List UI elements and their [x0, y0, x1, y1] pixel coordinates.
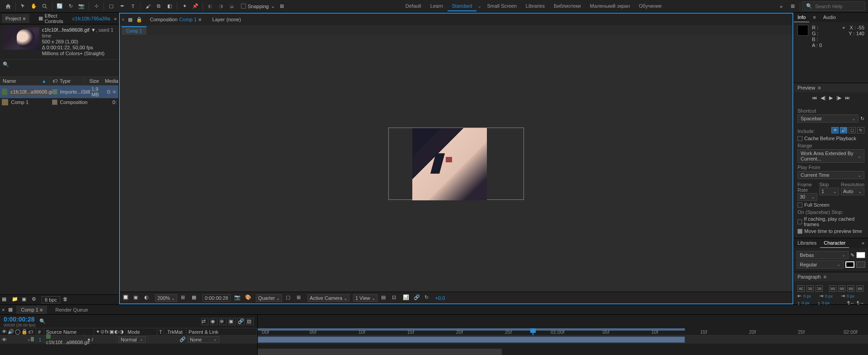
new-comp-icon[interactable]: ▣	[22, 296, 29, 303]
overflow-icon[interactable]: »	[780, 4, 783, 9]
indent-right-value[interactable]: 0 px	[847, 294, 854, 298]
view-dropdown[interactable]: 1 View ⌄	[353, 294, 377, 302]
swap-swatch[interactable]	[856, 261, 865, 268]
grid-icon[interactable]: ⊞	[297, 294, 304, 302]
col-parent[interactable]: Parent & Link	[187, 328, 257, 336]
col-name[interactable]: Name	[3, 78, 16, 84]
font-dropdown[interactable]: Bebas	[797, 251, 849, 259]
layer-tag[interactable]	[31, 337, 34, 341]
tl-tool-icon[interactable]: ⊕	[219, 318, 226, 325]
include-video-icon[interactable]: 👁	[831, 127, 839, 133]
transparency-icon[interactable]: ▦	[192, 294, 199, 302]
comp-subtab[interactable]: Comp 1	[122, 26, 146, 35]
skip-dropdown[interactable]: 1	[819, 188, 839, 195]
justify-right-icon[interactable]	[847, 285, 854, 292]
project-search-input[interactable]	[3, 67, 116, 75]
snap-extras-icon[interactable]: ⊞	[277, 1, 287, 11]
expand-icon[interactable]: ›	[28, 337, 30, 342]
delete-icon[interactable]: 🗑	[63, 296, 70, 303]
zoom-dropdown[interactable]: 200% ⌄	[155, 294, 177, 302]
fast-preview-icon[interactable]: ⊡	[392, 294, 399, 302]
col-type[interactable]: Type	[57, 77, 84, 85]
lock-icon[interactable]: ▦	[8, 307, 13, 312]
home-icon[interactable]	[3, 1, 13, 11]
workspace-menu-icon[interactable]: ⊞	[788, 1, 797, 11]
ws-default[interactable]: Default	[401, 1, 426, 11]
flowchart-icon[interactable]: 🔗	[414, 294, 421, 302]
resolution-dropdown[interactable]: Quarter ⌄	[256, 294, 282, 302]
first-frame-icon[interactable]: ⏮	[812, 95, 817, 101]
anchor-tool-icon[interactable]: ⊹	[91, 1, 101, 11]
mask-icon[interactable]: ◐	[144, 294, 151, 302]
speaker-icon[interactable]: 🔊	[8, 329, 14, 335]
render-queue-tab[interactable]: Render Queue	[51, 306, 92, 314]
include-overlay-icon[interactable]: ▢	[849, 127, 856, 133]
interpret-icon[interactable]: ▦	[2, 296, 9, 303]
hand-tool-icon[interactable]: ✋	[29, 1, 39, 11]
timeline-icon[interactable]: 📊	[403, 294, 410, 302]
col-tag[interactable]: 🏷	[50, 77, 57, 85]
align-right-icon[interactable]	[816, 285, 823, 292]
graph-icon[interactable]: ⚛	[112, 89, 117, 95]
align-center-icon[interactable]	[807, 285, 814, 292]
playfrom-dropdown[interactable]: Current Time	[797, 171, 864, 179]
eraser-tool-icon[interactable]: ◧	[165, 1, 175, 11]
ws-libraries-ru[interactable]: Библиотеки	[549, 1, 585, 11]
tl-tool-icon[interactable]: ◉	[210, 318, 217, 325]
text-tool-icon[interactable]: T	[128, 1, 138, 11]
asset-row[interactable]: Comp 1 Composition 0:	[0, 98, 118, 106]
eyedropper-icon[interactable]: ✎	[850, 252, 854, 258]
preview-res-dropdown[interactable]: Auto	[841, 188, 864, 195]
col-media[interactable]: Media	[102, 77, 116, 85]
indent-first-value[interactable]: 0 px	[825, 294, 833, 298]
tool-gray-icon[interactable]: ◐	[205, 1, 215, 11]
ws-smallscreen-ru[interactable]: Маленький экран	[585, 1, 635, 11]
pen-tool-icon[interactable]: ✒	[117, 1, 127, 11]
tl-tool-icon[interactable]: ▧	[246, 318, 254, 325]
clone-tool-icon[interactable]: ⧉	[154, 1, 164, 11]
work-area[interactable]	[258, 328, 685, 331]
bpc-label[interactable]: 8 bpc	[42, 296, 60, 303]
time-navigator[interactable]	[258, 349, 868, 355]
preview-tab[interactable]: Preview	[797, 85, 815, 90]
justify-all-icon[interactable]	[856, 285, 863, 292]
snapping-checkbox[interactable]	[241, 4, 246, 9]
ws-learn-ru[interactable]: Обучение	[634, 1, 666, 11]
tool-gray2-icon[interactable]: ◑	[216, 1, 226, 11]
tl-tool-icon[interactable]: ▣	[228, 318, 236, 325]
snapshot-icon[interactable]: 📷	[234, 294, 241, 302]
current-time-indicator[interactable]	[533, 328, 533, 335]
current-timecode[interactable]: 0:00:00:28	[4, 316, 36, 323]
include-audio-icon[interactable]: 🔊	[840, 127, 847, 133]
col-t[interactable]: T	[157, 328, 164, 336]
timecode-display[interactable]: 0:00:00:28	[203, 294, 231, 302]
col-size[interactable]: Size	[84, 77, 102, 85]
orbit-icon[interactable]: 🔄	[55, 1, 65, 11]
tag-swatch[interactable]	[52, 89, 57, 95]
solo-icon[interactable]: ◯	[15, 329, 20, 335]
snapping-toggle[interactable]: Snapping ⌄ ⊞	[241, 1, 288, 11]
asset-row[interactable]: c1fc10f...a98608.gif Importe...iStill 1,…	[0, 85, 118, 98]
align-left-icon[interactable]	[797, 285, 805, 292]
layer-tab[interactable]: Layer (none)	[209, 15, 245, 24]
overflow-icon[interactable]: »	[858, 238, 868, 248]
pickwhip-icon[interactable]: 🔗	[179, 336, 186, 343]
shortcut-dropdown[interactable]: Spacebar	[797, 114, 859, 123]
col-trkmat[interactable]: .TrkMat	[164, 328, 187, 336]
project-tab[interactable]: Project ≡	[2, 14, 29, 23]
roto-tool-icon[interactable]: ✦	[179, 1, 189, 11]
fullres-icon[interactable]: ⊞	[181, 294, 188, 302]
effect-controls-tab[interactable]: ▦ Effect Controls c1fc10fc795a39a	[35, 11, 114, 26]
paragraph-tab[interactable]: Paragraph	[797, 274, 821, 279]
magnify-icon[interactable]: 🔲	[123, 294, 130, 302]
search-icon[interactable]: 🔍	[39, 318, 46, 324]
stroke-swatch[interactable]	[845, 261, 854, 268]
ws-smallscreen[interactable]: Small Screen	[482, 1, 521, 11]
pixel-aspect-icon[interactable]: ▤	[381, 294, 388, 302]
channels-icon[interactable]: 🎨	[245, 294, 252, 302]
camera-tool-icon[interactable]: 📷	[76, 1, 86, 11]
tool-gray3-icon[interactable]: ◒	[227, 1, 237, 11]
roi-icon[interactable]: ▢	[286, 294, 293, 302]
eye-icon[interactable]: 👁	[2, 329, 7, 335]
tl-tool-icon[interactable]: 🔗	[237, 318, 245, 325]
